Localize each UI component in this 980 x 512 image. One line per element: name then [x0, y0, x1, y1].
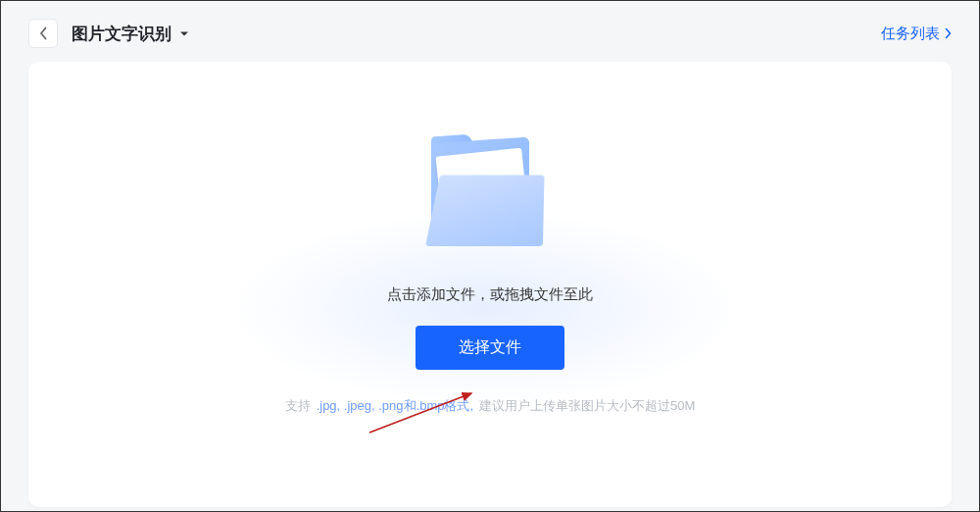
upload-hint: 支持 .jpg, .jpeg, .png和.bmp格式, 建议用户上传单张图片大… [285, 397, 696, 415]
upload-instruction: 点击添加文件，或拖拽文件至此 [387, 285, 593, 304]
hint-formats: .jpg, .jpeg, .png和.bmp格式, [317, 397, 473, 415]
content-card: 点击添加文件，或拖拽文件至此 选择文件 支持 .jpg, .jpeg, .png… [28, 62, 952, 507]
caret-down-icon [179, 30, 189, 37]
chevron-right-icon [945, 27, 952, 39]
chevron-left-icon [39, 26, 47, 40]
page-title-text: 图片文字识别 [72, 23, 172, 45]
header: 图片文字识别 任务列表 [1, 1, 979, 62]
task-list-link[interactable]: 任务列表 [881, 25, 952, 43]
upload-dropzone[interactable]: 点击添加文件，或拖拽文件至此 选择文件 支持 .jpg, .jpeg, .png… [28, 62, 952, 415]
page-title-dropdown[interactable]: 图片文字识别 [72, 23, 189, 45]
header-left: 图片文字识别 [28, 19, 189, 48]
back-button[interactable] [28, 19, 58, 48]
hint-prefix: 支持 [285, 397, 311, 415]
folder-icon [421, 138, 559, 266]
hint-suffix: 建议用户上传单张图片大小不超过50M [479, 397, 695, 415]
task-list-label: 任务列表 [881, 25, 940, 43]
select-file-button[interactable]: 选择文件 [416, 326, 564, 370]
